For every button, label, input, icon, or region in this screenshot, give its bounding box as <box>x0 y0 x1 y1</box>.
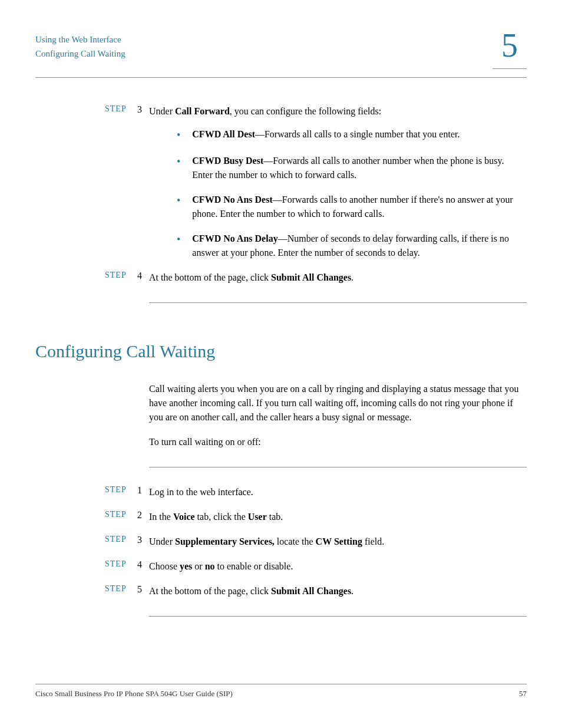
step-number: 3 <box>137 535 149 549</box>
page-number: 57 <box>519 689 527 699</box>
bullet-item: •CFWD Busy Dest—Forwards all calls to an… <box>177 154 527 182</box>
footer-text: Cisco Small Business Pro IP Phone SPA 50… <box>35 689 527 699</box>
bullet-icon: • <box>177 154 180 182</box>
header-divider <box>35 77 527 78</box>
step-number: 1 <box>137 485 149 499</box>
page-content: STEP 3 Under Call Forward, you can confi… <box>35 104 527 617</box>
section-heading: Configuring Call Waiting <box>35 341 527 361</box>
bullet-item: •CFWD No Ans Dest—Forwards calls to anot… <box>177 193 527 221</box>
step-text: Log in to the web interface. <box>149 485 527 499</box>
bullet-icon: • <box>177 232 180 260</box>
section-divider <box>149 467 527 467</box>
step-label: STEP <box>105 535 137 549</box>
step-text: In the Voice tab, click the User tab. <box>149 510 527 524</box>
body-paragraph: Call waiting alerts you when you are on … <box>149 382 527 424</box>
bullet-text: CFWD All Dest—Forwards all calls to a si… <box>192 127 527 143</box>
step-label: STEP <box>105 510 137 524</box>
chapter-number: 5 <box>492 27 527 64</box>
bullet-icon: • <box>177 193 180 221</box>
step-label: STEP <box>105 271 137 285</box>
bullet-text: CFWD No Ans Delay—Number of seconds to d… <box>192 232 527 260</box>
header-line-2: Configuring Call Waiting <box>35 47 527 61</box>
step-row: STEP3Under Supplementary Services, locat… <box>35 535 527 549</box>
step-label: STEP <box>105 104 137 118</box>
bullet-list: •CFWD All Dest—Forwards all calls to a s… <box>177 127 527 260</box>
step-text: At the bottom of the page, click Submit … <box>149 584 527 598</box>
bullet-icon: • <box>177 127 180 143</box>
step-row: STEP4Choose yes or no to enable or disab… <box>35 559 527 574</box>
bullet-item: •CFWD No Ans Delay—Number of seconds to … <box>177 232 527 260</box>
footer-title: Cisco Small Business Pro IP Phone SPA 50… <box>35 689 233 699</box>
step-row: STEP5At the bottom of the page, click Su… <box>35 584 527 598</box>
bullet-text: CFWD No Ans Dest—Forwards calls to anoth… <box>192 193 527 221</box>
step-row: STEP 3 Under Call Forward, you can confi… <box>35 104 527 118</box>
step-row: STEP2In the Voice tab, click the User ta… <box>35 510 527 524</box>
step-number: 4 <box>137 559 149 574</box>
step-number: 4 <box>137 271 149 285</box>
step-number: 2 <box>137 510 149 524</box>
body-paragraph: To turn call waiting on or off: <box>149 435 527 449</box>
step-label: STEP <box>105 485 137 499</box>
step-text: Under Call Forward, you can configure th… <box>149 104 527 118</box>
footer-divider <box>35 684 527 684</box>
step-text: Choose yes or no to enable or disable. <box>149 559 527 574</box>
section-divider <box>149 302 527 303</box>
bullet-item: •CFWD All Dest—Forwards all calls to a s… <box>177 127 527 143</box>
page-header: Using the Web Interface Configuring Call… <box>35 32 527 78</box>
bullet-text: CFWD Busy Dest—Forwards all calls to ano… <box>192 154 527 182</box>
step-text: Under Supplementary Services, locate the… <box>149 535 527 549</box>
step-text: At the bottom of the page, click Submit … <box>149 271 527 285</box>
step-row: STEP1Log in to the web interface. <box>35 485 527 499</box>
step-row: STEP 4 At the bottom of the page, click … <box>35 271 527 285</box>
section-divider <box>149 616 527 617</box>
header-line-1: Using the Web Interface <box>35 32 527 47</box>
step-label: STEP <box>105 584 137 598</box>
step-label: STEP <box>105 559 137 574</box>
page-footer: Cisco Small Business Pro IP Phone SPA 50… <box>35 684 527 699</box>
header-breadcrumb: Using the Web Interface Configuring Call… <box>35 32 527 61</box>
step-number: 3 <box>137 104 149 118</box>
steps-block: STEP1Log in to the web interface.STEP2In… <box>35 485 527 598</box>
step-number: 5 <box>137 584 149 598</box>
